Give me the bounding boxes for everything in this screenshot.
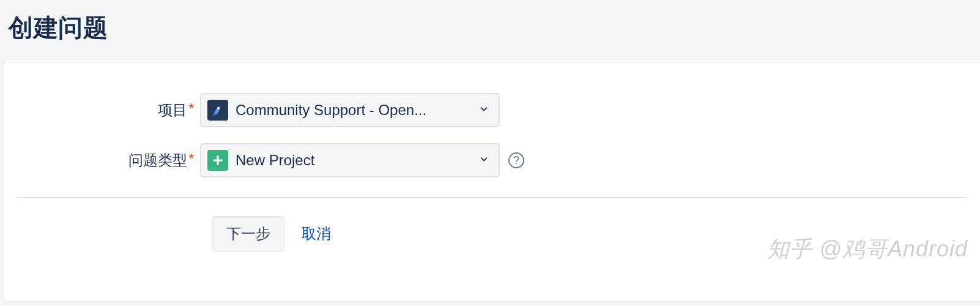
chevron-down-icon (478, 153, 490, 168)
project-select-value: Community Support - Open... (236, 102, 478, 119)
issue-type-select[interactable]: New Project (200, 143, 500, 177)
action-buttons: 下一步 取消 (17, 216, 968, 252)
issue-type-field-row: 问题类型* New Project ? (17, 143, 968, 177)
divider (17, 197, 968, 198)
page-title: 创建问题 (0, 0, 980, 62)
create-issue-form: 项目* Community Support - Open... 问题类型* Ne… (4, 62, 980, 300)
issue-type-label-text: 问题类型 (128, 152, 187, 168)
next-button[interactable]: 下一步 (212, 216, 284, 252)
help-icon[interactable]: ? (508, 152, 524, 168)
required-asterisk: * (188, 100, 194, 116)
svg-point-0 (217, 107, 220, 110)
cancel-button[interactable]: 取消 (297, 217, 336, 251)
project-field-row: 项目* Community Support - Open... (17, 93, 968, 127)
project-label-text: 项目 (158, 102, 187, 118)
issue-type-select-value: New Project (236, 152, 478, 169)
required-asterisk: * (188, 151, 194, 166)
chevron-down-icon (478, 103, 490, 118)
issue-type-label: 问题类型* (17, 151, 200, 170)
project-select[interactable]: Community Support - Open... (200, 93, 500, 127)
project-label: 项目* (17, 100, 200, 120)
rocket-icon (207, 100, 228, 121)
plus-icon (207, 150, 228, 171)
